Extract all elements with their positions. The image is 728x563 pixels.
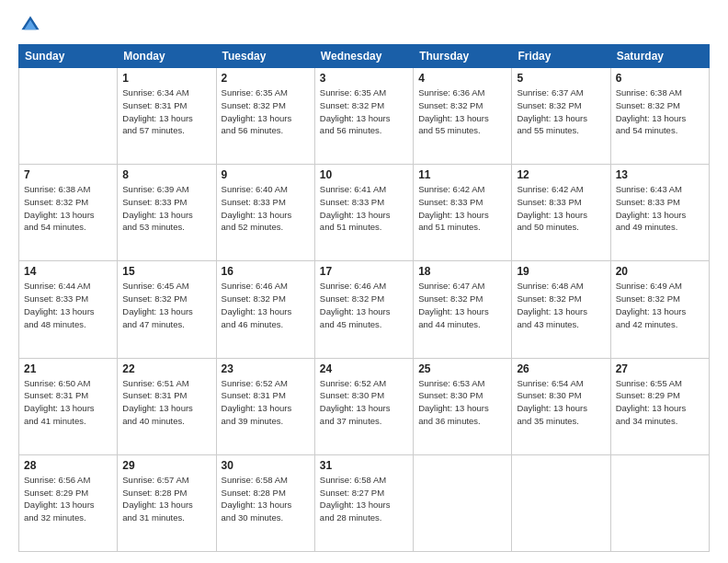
weekday-header-wednesday: Wednesday bbox=[314, 45, 413, 68]
day-cell: 6Sunrise: 6:38 AMSunset: 8:32 PMDaylight… bbox=[610, 68, 709, 165]
day-info: Sunrise: 6:58 AMSunset: 8:28 PMDaylight:… bbox=[222, 474, 310, 524]
day-number: 27 bbox=[616, 362, 704, 375]
day-number: 20 bbox=[616, 265, 704, 278]
day-info: Sunrise: 6:42 AMSunset: 8:33 PMDaylight:… bbox=[418, 183, 506, 234]
weekday-header-sunday: Sunday bbox=[19, 45, 118, 68]
day-cell: 13Sunrise: 6:43 AMSunset: 8:33 PMDayligh… bbox=[610, 165, 709, 261]
day-info: Sunrise: 6:52 AMSunset: 8:31 PMDaylight:… bbox=[222, 377, 310, 428]
day-number: 2 bbox=[222, 72, 310, 85]
day-info: Sunrise: 6:36 AMSunset: 8:32 PMDaylight:… bbox=[418, 86, 506, 137]
day-info: Sunrise: 6:40 AMSunset: 8:33 PMDaylight:… bbox=[222, 183, 310, 234]
day-number: 26 bbox=[517, 362, 605, 375]
day-cell: 27Sunrise: 6:55 AMSunset: 8:29 PMDayligh… bbox=[610, 358, 709, 454]
day-cell: 14Sunrise: 6:44 AMSunset: 8:33 PMDayligh… bbox=[19, 261, 118, 358]
weekday-header-friday: Friday bbox=[512, 45, 610, 68]
day-cell: 21Sunrise: 6:50 AMSunset: 8:31 PMDayligh… bbox=[19, 358, 118, 454]
day-number: 23 bbox=[222, 362, 310, 375]
day-number: 25 bbox=[418, 362, 506, 375]
day-number: 6 bbox=[616, 72, 704, 85]
day-cell: 31Sunrise: 6:58 AMSunset: 8:27 PMDayligh… bbox=[314, 454, 413, 551]
day-cell: 25Sunrise: 6:53 AMSunset: 8:30 PMDayligh… bbox=[414, 358, 512, 454]
day-cell: 16Sunrise: 6:46 AMSunset: 8:32 PMDayligh… bbox=[216, 261, 314, 358]
day-number: 30 bbox=[222, 459, 310, 472]
day-info: Sunrise: 6:41 AMSunset: 8:33 PMDaylight:… bbox=[320, 183, 408, 234]
day-info: Sunrise: 6:58 AMSunset: 8:27 PMDaylight:… bbox=[320, 474, 408, 524]
day-cell: 12Sunrise: 6:42 AMSunset: 8:33 PMDayligh… bbox=[512, 165, 610, 261]
day-info: Sunrise: 6:55 AMSunset: 8:29 PMDaylight:… bbox=[616, 377, 704, 428]
day-info: Sunrise: 6:52 AMSunset: 8:30 PMDaylight:… bbox=[320, 377, 408, 428]
day-number: 17 bbox=[320, 265, 408, 278]
day-info: Sunrise: 6:34 AMSunset: 8:31 PMDaylight:… bbox=[122, 86, 210, 137]
day-info: Sunrise: 6:53 AMSunset: 8:30 PMDaylight:… bbox=[418, 377, 506, 428]
day-cell: 7Sunrise: 6:38 AMSunset: 8:32 PMDaylight… bbox=[19, 165, 118, 261]
day-info: Sunrise: 6:50 AMSunset: 8:31 PMDaylight:… bbox=[24, 377, 112, 428]
day-info: Sunrise: 6:47 AMSunset: 8:32 PMDaylight:… bbox=[418, 280, 506, 330]
day-number: 21 bbox=[24, 362, 112, 375]
day-cell: 3Sunrise: 6:35 AMSunset: 8:32 PMDaylight… bbox=[314, 68, 413, 165]
day-number: 19 bbox=[517, 265, 605, 278]
day-number: 1 bbox=[122, 72, 210, 85]
day-number: 7 bbox=[24, 168, 112, 181]
day-cell: 23Sunrise: 6:52 AMSunset: 8:31 PMDayligh… bbox=[216, 358, 314, 454]
day-number: 31 bbox=[320, 459, 408, 472]
day-info: Sunrise: 6:56 AMSunset: 8:29 PMDaylight:… bbox=[24, 474, 112, 524]
day-info: Sunrise: 6:57 AMSunset: 8:28 PMDaylight:… bbox=[122, 474, 210, 524]
day-info: Sunrise: 6:44 AMSunset: 8:33 PMDaylight:… bbox=[24, 280, 112, 330]
day-info: Sunrise: 6:46 AMSunset: 8:32 PMDaylight:… bbox=[222, 280, 310, 330]
day-cell: 11Sunrise: 6:42 AMSunset: 8:33 PMDayligh… bbox=[414, 165, 512, 261]
day-cell: 24Sunrise: 6:52 AMSunset: 8:30 PMDayligh… bbox=[314, 358, 413, 454]
day-info: Sunrise: 6:35 AMSunset: 8:32 PMDaylight:… bbox=[222, 86, 310, 137]
day-info: Sunrise: 6:45 AMSunset: 8:32 PMDaylight:… bbox=[122, 280, 210, 330]
day-cell: 28Sunrise: 6:56 AMSunset: 8:29 PMDayligh… bbox=[19, 454, 118, 551]
day-info: Sunrise: 6:49 AMSunset: 8:32 PMDaylight:… bbox=[616, 280, 704, 330]
day-info: Sunrise: 6:54 AMSunset: 8:30 PMDaylight:… bbox=[517, 377, 605, 428]
day-cell: 19Sunrise: 6:48 AMSunset: 8:32 PMDayligh… bbox=[512, 261, 610, 358]
day-cell: 5Sunrise: 6:37 AMSunset: 8:32 PMDaylight… bbox=[512, 68, 610, 165]
day-cell: 15Sunrise: 6:45 AMSunset: 8:32 PMDayligh… bbox=[118, 261, 216, 358]
day-cell: 9Sunrise: 6:40 AMSunset: 8:33 PMDaylight… bbox=[216, 165, 314, 261]
day-number: 3 bbox=[320, 72, 408, 85]
logo bbox=[18, 15, 42, 35]
page: SundayMondayTuesdayWednesdayThursdayFrid… bbox=[0, 0, 728, 563]
day-info: Sunrise: 6:51 AMSunset: 8:31 PMDaylight:… bbox=[122, 377, 210, 428]
day-cell: 1Sunrise: 6:34 AMSunset: 8:31 PMDaylight… bbox=[118, 68, 216, 165]
day-number: 28 bbox=[24, 459, 112, 472]
day-cell: 26Sunrise: 6:54 AMSunset: 8:30 PMDayligh… bbox=[512, 358, 610, 454]
day-number: 5 bbox=[517, 72, 605, 85]
day-info: Sunrise: 6:48 AMSunset: 8:32 PMDaylight:… bbox=[517, 280, 605, 330]
day-number: 8 bbox=[122, 168, 210, 181]
day-info: Sunrise: 6:35 AMSunset: 8:32 PMDaylight:… bbox=[320, 86, 408, 137]
day-number: 14 bbox=[24, 265, 112, 278]
day-number: 22 bbox=[122, 362, 210, 375]
week-row-3: 14Sunrise: 6:44 AMSunset: 8:33 PMDayligh… bbox=[19, 261, 710, 358]
day-cell bbox=[414, 454, 512, 551]
day-info: Sunrise: 6:39 AMSunset: 8:33 PMDaylight:… bbox=[122, 183, 210, 234]
day-number: 9 bbox=[222, 168, 310, 181]
week-row-5: 28Sunrise: 6:56 AMSunset: 8:29 PMDayligh… bbox=[19, 454, 710, 551]
day-number: 15 bbox=[122, 265, 210, 278]
day-cell: 30Sunrise: 6:58 AMSunset: 8:28 PMDayligh… bbox=[216, 454, 314, 551]
day-cell bbox=[19, 68, 118, 165]
day-info: Sunrise: 6:37 AMSunset: 8:32 PMDaylight:… bbox=[517, 86, 605, 137]
logo-icon bbox=[20, 15, 40, 35]
day-info: Sunrise: 6:43 AMSunset: 8:33 PMDaylight:… bbox=[616, 183, 704, 234]
day-number: 11 bbox=[418, 168, 506, 181]
week-row-1: 1Sunrise: 6:34 AMSunset: 8:31 PMDaylight… bbox=[19, 68, 710, 165]
weekday-header-row: SundayMondayTuesdayWednesdayThursdayFrid… bbox=[19, 45, 710, 68]
day-number: 12 bbox=[517, 168, 605, 181]
day-cell: 8Sunrise: 6:39 AMSunset: 8:33 PMDaylight… bbox=[118, 165, 216, 261]
day-number: 29 bbox=[122, 459, 210, 472]
weekday-header-saturday: Saturday bbox=[610, 45, 709, 68]
day-cell: 29Sunrise: 6:57 AMSunset: 8:28 PMDayligh… bbox=[118, 454, 216, 551]
day-info: Sunrise: 6:46 AMSunset: 8:32 PMDaylight:… bbox=[320, 280, 408, 330]
day-info: Sunrise: 6:38 AMSunset: 8:32 PMDaylight:… bbox=[24, 183, 112, 234]
weekday-header-monday: Monday bbox=[118, 45, 216, 68]
day-cell: 20Sunrise: 6:49 AMSunset: 8:32 PMDayligh… bbox=[610, 261, 709, 358]
week-row-4: 21Sunrise: 6:50 AMSunset: 8:31 PMDayligh… bbox=[19, 358, 710, 454]
day-number: 10 bbox=[320, 168, 408, 181]
day-cell: 2Sunrise: 6:35 AMSunset: 8:32 PMDaylight… bbox=[216, 68, 314, 165]
day-number: 4 bbox=[418, 72, 506, 85]
day-info: Sunrise: 6:42 AMSunset: 8:33 PMDaylight:… bbox=[517, 183, 605, 234]
day-cell: 18Sunrise: 6:47 AMSunset: 8:32 PMDayligh… bbox=[414, 261, 512, 358]
day-number: 18 bbox=[418, 265, 506, 278]
